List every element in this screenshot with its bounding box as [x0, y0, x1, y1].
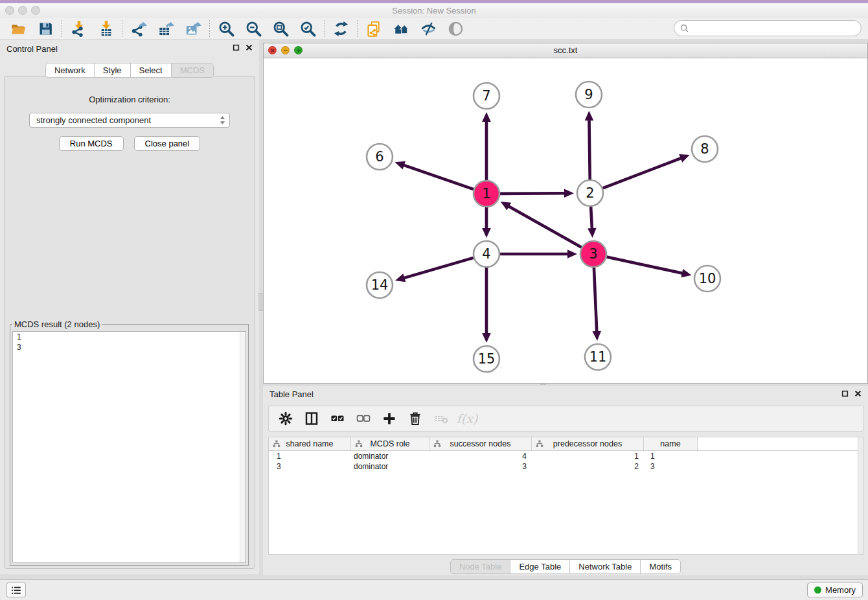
column-label: MCDS role	[370, 439, 409, 448]
edge-4-14[interactable]	[403, 258, 473, 279]
mcds-result-list[interactable]: 13	[12, 331, 246, 563]
toolbar-separator	[209, 20, 210, 38]
node-label-7: 7	[482, 88, 490, 104]
toolbar-separator	[324, 20, 325, 38]
node-label-3: 3	[589, 246, 597, 262]
select-all-icon[interactable]	[328, 410, 347, 428]
mcds-result-node: 3	[13, 342, 246, 352]
node-label-1: 1	[482, 186, 490, 202]
tab-style[interactable]: Style	[94, 63, 131, 78]
deselect-all-icon[interactable]	[354, 410, 372, 428]
column-header-shared-name[interactable]: shared name	[269, 437, 351, 450]
toolbar-separator	[122, 20, 122, 38]
export-table-icon[interactable]	[156, 20, 176, 38]
zoom-out-icon[interactable]	[244, 20, 263, 38]
column-label: predecessor nodes	[553, 439, 622, 448]
table-row[interactable]: 1dominator411	[269, 451, 863, 461]
column-header-name[interactable]: name	[644, 437, 698, 450]
vertical-splitter-grip[interactable]	[258, 293, 263, 311]
node-label-10: 10	[699, 271, 716, 286]
table-row[interactable]: 3dominator323	[269, 461, 863, 472]
edge-3-1[interactable]	[508, 206, 582, 248]
close-panel-button[interactable]: Close panel	[134, 136, 201, 151]
app-titlebar: Session: New Session	[0, 3, 868, 19]
edge-arrowhead	[592, 331, 601, 341]
zoom-selected-icon[interactable]	[298, 20, 317, 38]
control-panel: Control Panel NetworkStyleSelectMCDS Opt…	[0, 40, 259, 574]
tab-network-table[interactable]: Network Table	[569, 559, 641, 574]
edge-3-11[interactable]	[594, 268, 597, 332]
edge-2-3[interactable]	[591, 207, 592, 229]
edge-2-8[interactable]	[603, 158, 682, 189]
tab-motifs[interactable]: Motifs	[640, 559, 681, 574]
destroy-table-icon[interactable]	[432, 410, 450, 428]
node-label-6: 6	[375, 149, 383, 165]
table-cell: 3	[644, 462, 698, 471]
table-cell: 1	[644, 452, 698, 461]
zoom-in-icon[interactable]	[216, 20, 236, 38]
node-label-11: 11	[589, 349, 607, 365]
table-settings-icon[interactable]	[277, 410, 295, 428]
export-network-icon[interactable]	[129, 20, 148, 38]
import-network-icon[interactable]	[69, 20, 88, 38]
search-input[interactable]	[689, 22, 861, 35]
edge-1-6[interactable]	[403, 165, 474, 189]
criterion-dropdown[interactable]: strongly connected component	[29, 113, 230, 128]
delete-column-icon[interactable]	[406, 410, 424, 428]
save-session-icon[interactable]	[36, 20, 55, 38]
node-table[interactable]: shared nameMCDS rolesuccessor nodesprede…	[268, 437, 864, 555]
network-window-title: scc.txt	[264, 45, 867, 55]
toolbar-separator	[62, 20, 62, 38]
search-box[interactable]	[674, 20, 862, 36]
result-scrollbar[interactable]	[240, 332, 246, 562]
edge-arrowhead	[482, 228, 491, 238]
edge-2-9[interactable]	[589, 119, 590, 179]
network-graph: 7968124314101511	[264, 58, 867, 384]
dropdown-stepper-icon	[220, 115, 225, 125]
export-image-icon[interactable]	[183, 20, 203, 38]
table-cell: dominator	[351, 452, 429, 461]
network-canvas[interactable]: 7968124314101511	[264, 58, 867, 384]
split-panel-icon[interactable]	[303, 410, 321, 428]
tab-node-table[interactable]: Node Table	[450, 559, 511, 574]
add-column-icon[interactable]	[380, 410, 398, 428]
memory-button[interactable]: Memory	[807, 583, 863, 597]
style-preview-icon[interactable]	[418, 20, 438, 38]
edge-3-10[interactable]	[607, 257, 683, 273]
edge-1-2[interactable]	[500, 193, 565, 194]
column-type-icon	[536, 440, 543, 448]
control-panel-restore-icon[interactable]	[232, 43, 240, 51]
node-label-15: 15	[478, 351, 496, 367]
edge-arrowhead	[395, 273, 405, 282]
refresh-icon[interactable]	[331, 20, 350, 38]
column-header-mcds-role[interactable]: MCDS role	[351, 437, 429, 450]
function-builder-icon[interactable]: f(x)	[458, 410, 476, 428]
table-panel-close-icon[interactable]	[854, 389, 862, 397]
control-panel-close-icon[interactable]	[245, 43, 253, 51]
edge-arrowhead	[681, 269, 691, 277]
edge-arrowhead	[588, 228, 597, 238]
column-header-predecessor-nodes[interactable]: predecessor nodes	[532, 437, 644, 450]
run-mcds-button[interactable]: Run MCDS	[59, 136, 124, 151]
tab-mcds[interactable]: MCDS	[171, 63, 214, 78]
home-layout-icon[interactable]	[391, 20, 411, 38]
task-history-button[interactable]	[6, 583, 26, 597]
edge-arrowhead	[482, 112, 491, 122]
tab-network[interactable]: Network	[45, 63, 95, 78]
import-table-icon[interactable]	[96, 20, 115, 38]
column-label: shared name	[286, 439, 334, 448]
show-details-icon[interactable]	[446, 20, 465, 38]
edge-arrowhead	[395, 161, 405, 170]
tab-edge-table[interactable]: Edge Table	[510, 559, 570, 574]
table-scrollbar[interactable]	[858, 437, 863, 554]
tab-select[interactable]: Select	[130, 63, 172, 78]
column-type-icon	[433, 440, 441, 448]
application-window: Session: New Session Control Panel Netwo…	[0, 0, 868, 600]
open-session-icon[interactable]	[8, 20, 28, 38]
memory-label: Memory	[825, 585, 856, 595]
column-header-successor-nodes[interactable]: successor nodes	[429, 437, 532, 450]
table-panel-restore-icon[interactable]	[841, 389, 849, 397]
clone-network-icon[interactable]	[364, 20, 383, 38]
node-label-9: 9	[584, 87, 593, 102]
zoom-fit-icon[interactable]	[271, 20, 290, 38]
